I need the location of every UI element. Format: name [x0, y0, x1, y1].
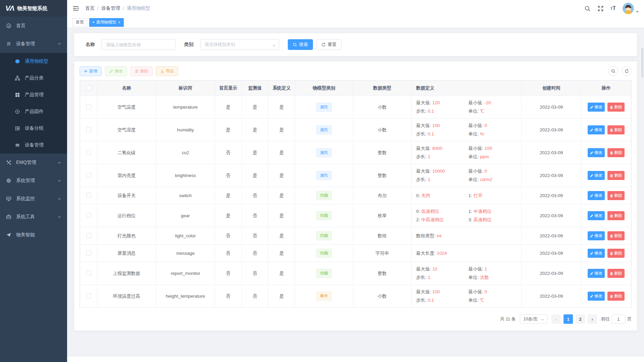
row-delete-button[interactable]: 删除 — [607, 249, 625, 258]
header-search-icon[interactable] — [584, 5, 591, 12]
sidebar-item-home[interactable]: 首页 — [0, 17, 67, 35]
sidebar-item-emq[interactable]: EMQ管理 — [0, 154, 67, 172]
delete-button[interactable]: 删除 — [130, 66, 153, 76]
row-edit-button[interactable]: 修改 — [588, 125, 605, 134]
category-badge: 属性 — [316, 148, 332, 157]
breadcrumb-device-management[interactable]: 设备管理 — [101, 5, 120, 11]
data-def-item: 最大值: 10 — [416, 266, 467, 272]
cell-name: 运行档位 — [97, 204, 156, 227]
cell-system-defined: 是 — [268, 119, 295, 141]
sidebar-item-wumei-smart[interactable]: 物美智能 — [0, 226, 67, 244]
cell-created-time: 2022-03-09 — [522, 227, 581, 245]
row-checkbox[interactable] — [86, 293, 91, 298]
row-delete-button[interactable]: 删除 — [607, 191, 625, 200]
category-filter-select[interactable]: 请选择模型类别 — [200, 39, 279, 50]
cell-data-type: 整数 — [353, 262, 411, 285]
vertical-scrollbar[interactable] — [641, 48, 643, 78]
goto-page-input[interactable] — [612, 314, 625, 324]
row-delete-button[interactable]: 删除 — [607, 103, 625, 112]
user-menu[interactable] — [623, 3, 639, 14]
name-filter-input[interactable] — [102, 39, 175, 50]
row-delete-button[interactable]: 删除 — [607, 231, 625, 240]
row-delete-button[interactable]: 删除 — [607, 171, 625, 180]
cell-actions: 修改删除 — [581, 227, 631, 245]
row-edit-button[interactable]: 修改 — [588, 211, 605, 220]
avatar[interactable] — [623, 3, 634, 14]
row-edit-button[interactable]: 修改 — [588, 249, 605, 258]
row-edit-button[interactable]: 修改 — [588, 269, 605, 278]
cell-data-definition: 最大长度: 1024 — [411, 245, 522, 262]
data-def-item: 步长: 0.1 — [416, 108, 467, 114]
pager-page-1[interactable]: 1 — [564, 314, 573, 324]
row-checkbox[interactable] — [86, 213, 91, 218]
cell-data-type: 整数 — [353, 141, 411, 164]
row-delete-button[interactable]: 删除 — [607, 148, 625, 157]
select-all-checkbox[interactable] — [86, 85, 91, 90]
data-def-item: 2: 中高速档位 — [416, 217, 467, 223]
header-system-defined: 系统定义 — [268, 81, 295, 96]
sidebar-item-device-management[interactable]: 设备管理 — [0, 35, 67, 53]
tab-home[interactable]: 首页 — [72, 18, 87, 27]
row-edit-button[interactable]: 修改 — [588, 231, 605, 240]
sidebar-item-thing-model[interactable]: 通用物模型 — [0, 53, 67, 70]
row-delete-button[interactable]: 删除 — [607, 292, 625, 301]
row-select-cell — [80, 285, 97, 308]
sidebar-item-product-management[interactable]: 产品管理 — [0, 86, 67, 103]
reset-button[interactable]: 重置 — [316, 39, 341, 50]
row-edit-button[interactable]: 修改 — [588, 148, 605, 157]
sidebar-item-device-list[interactable]: 设备管理 — [0, 137, 67, 154]
cell-monitor-value: 否 — [241, 187, 268, 204]
sidebar-submenu-device: 通用物模型 产品分类 产品管理 产品固件 设备分组 — [0, 53, 67, 154]
row-checkbox[interactable] — [86, 233, 91, 238]
row-checkbox[interactable] — [86, 127, 91, 132]
row-edit-button[interactable]: 修改 — [588, 103, 605, 112]
cell-home-display: 否 — [215, 245, 242, 262]
row-checkbox[interactable] — [86, 173, 91, 178]
row-edit-button[interactable]: 修改 — [588, 171, 605, 180]
sidebar-item-system-tools[interactable]: 系统工具 — [0, 208, 67, 226]
row-edit-button[interactable]: 修改 — [588, 292, 605, 301]
top-navbar: 首页 / 设备管理 / 通用物模型 TT — [67, 0, 644, 17]
pager-page-2[interactable]: 2 — [576, 314, 585, 324]
cell-identifier: message — [156, 245, 215, 262]
search-button[interactable]: 搜索 — [288, 39, 313, 50]
pager-prev-button[interactable]: ‹ — [551, 314, 561, 324]
row-checkbox[interactable] — [86, 270, 91, 276]
collapse-sidebar-icon[interactable] — [72, 5, 79, 12]
cell-category: 功能 — [295, 262, 353, 285]
cell-data-type: 小数 — [353, 96, 411, 119]
cell-identifier: temperature — [156, 96, 215, 119]
cell-data-type: 枚举 — [353, 204, 411, 227]
cell-monitor-value: 是 — [241, 164, 268, 187]
toggle-search-button[interactable] — [608, 66, 618, 76]
cell-name: 上报监测数据 — [97, 262, 156, 285]
fullscreen-icon[interactable] — [597, 5, 604, 12]
row-delete-button[interactable]: 删除 — [607, 125, 625, 134]
cell-data-type: 整数 — [353, 164, 411, 187]
sidebar-item-device-group[interactable]: 设备分组 — [0, 120, 67, 137]
sidebar-item-system-management[interactable]: 系统管理 — [0, 172, 67, 190]
breadcrumb-home[interactable]: 首页 — [85, 5, 95, 11]
header-data-type: 数据类型 — [353, 81, 411, 96]
export-button[interactable]: 导出 — [156, 66, 178, 76]
sidebar-item-product-category[interactable]: 产品分类 — [0, 70, 67, 86]
row-delete-button[interactable]: 删除 — [607, 269, 625, 278]
row-checkbox[interactable] — [86, 250, 91, 255]
pager-next-button[interactable]: › — [588, 314, 597, 324]
edit-button[interactable]: 修改 — [105, 66, 127, 76]
row-delete-button[interactable]: 删除 — [607, 211, 625, 220]
sidebar-item-product-firmware[interactable]: 产品固件 — [0, 103, 67, 120]
cell-category: 属性 — [295, 141, 353, 164]
close-tab-icon[interactable]: × — [118, 20, 120, 24]
row-edit-button[interactable]: 修改 — [588, 191, 605, 200]
add-button[interactable]: 新增 — [79, 66, 102, 76]
row-checkbox[interactable] — [86, 193, 91, 198]
tab-thing-model[interactable]: ● 通用物模型 × — [89, 18, 124, 27]
row-checkbox[interactable] — [86, 150, 91, 155]
cell-identifier: gear — [156, 204, 215, 227]
row-checkbox[interactable] — [86, 104, 91, 109]
refresh-button[interactable] — [622, 66, 632, 76]
sidebar-item-system-monitor[interactable]: 系统监控 — [0, 190, 67, 208]
page-size-select[interactable]: 10条/页 — [520, 314, 547, 324]
font-size-icon[interactable]: TT — [610, 5, 616, 11]
